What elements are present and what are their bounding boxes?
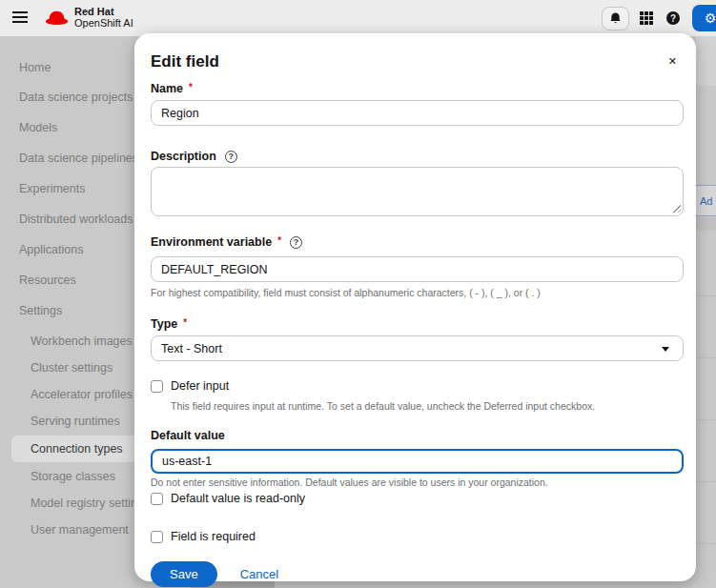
- sidebar-item-workbench-images[interactable]: Workbench images: [31, 335, 133, 348]
- sidebar-item-cluster-settings[interactable]: Cluster settings: [31, 361, 113, 375]
- readonly-checkbox[interactable]: [151, 493, 163, 505]
- brand: Red Hat OpenShift AI: [44, 6, 133, 29]
- sidebar-item-models[interactable]: Models: [19, 121, 57, 134]
- background-table-row-divider: [696, 481, 716, 482]
- sidebar-item-applications[interactable]: Applications: [19, 243, 83, 256]
- defer-input-checkbox-row[interactable]: Defer input: [151, 379, 684, 393]
- sidebar-item-model-registry-settings[interactable]: Model registry settings: [31, 497, 150, 510]
- environment-variable-helper-text: For highest compatibility, field must co…: [151, 287, 684, 298]
- defer-input-label: Defer input: [171, 379, 229, 393]
- default-value-input[interactable]: [151, 449, 684, 474]
- sidebar-item-connection-types[interactable]: Connection types: [31, 442, 123, 456]
- sidebar-item-resources[interactable]: Resources: [19, 274, 76, 287]
- required-asterisk: *: [277, 235, 281, 246]
- environment-variable-input[interactable]: [151, 256, 684, 282]
- background-table-header: [696, 217, 716, 231]
- name-label: Name *: [151, 82, 684, 95]
- type-select-value: Text - Short: [161, 342, 222, 355]
- nav-toggle-icon[interactable]: [12, 11, 28, 24]
- edit-field-modal: Edit field ✕ Name * Description ? Enviro…: [134, 33, 696, 581]
- brand-text: Red Hat OpenShift AI: [74, 6, 133, 29]
- redhat-fedora-icon: [44, 9, 70, 27]
- sidebar-item-settings[interactable]: Settings: [19, 304, 62, 317]
- sidebar-item-storage-classes[interactable]: Storage classes: [31, 470, 115, 483]
- bell-icon: [609, 11, 622, 25]
- chevron-down-icon: [662, 347, 669, 352]
- field-required-label: Field is required: [171, 530, 256, 543]
- cancel-button[interactable]: Cancel: [240, 567, 278, 581]
- modal-footer: Save Cancel: [151, 561, 684, 587]
- background-table-row-divider: [696, 419, 716, 420]
- field-required-checkbox-row[interactable]: Field is required: [151, 530, 684, 543]
- background-table-row-divider: [696, 543, 716, 544]
- defer-input-checkbox[interactable]: [151, 380, 163, 393]
- description-textarea[interactable]: [151, 167, 684, 216]
- sidebar-item-serving-runtimes[interactable]: Serving runtimes: [31, 415, 120, 428]
- add-connection-type-button-clipped[interactable]: Ad: [696, 195, 712, 207]
- modal-title: Edit field: [151, 52, 684, 71]
- background-page-fragment: Ad: [696, 36, 716, 588]
- description-label: Description ?: [151, 150, 684, 163]
- background-table-row-divider: [696, 357, 716, 358]
- close-icon[interactable]: ✕: [668, 56, 677, 67]
- gear-icon: ⚙: [705, 10, 716, 26]
- readonly-label: Default value is read-only: [171, 492, 305, 505]
- settings-button[interactable]: ⚙: [692, 5, 716, 31]
- description-label-text: Description: [151, 150, 216, 163]
- sidebar-item-user-management[interactable]: User management: [31, 523, 129, 537]
- sidebar-item-accelerator-profiles[interactable]: Accelerator profiles: [31, 388, 133, 401]
- type-label-text: Type: [151, 317, 177, 331]
- sidebar-item-data-science-projects[interactable]: Data science projects: [19, 91, 133, 104]
- brand-line2: OpenShift AI: [74, 17, 133, 29]
- help-icon[interactable]: ?: [666, 11, 680, 25]
- save-button[interactable]: Save: [151, 561, 217, 587]
- sidebar-item-experiments[interactable]: Experiments: [19, 182, 85, 195]
- brand-line1: Red Hat: [74, 6, 133, 17]
- name-label-text: Name: [151, 82, 183, 95]
- default-value-helper-text: Do not enter sensitive information. Defa…: [151, 476, 684, 488]
- app-root: Red Hat OpenShift AI ? ⚙ Home Data scien…: [0, 0, 716, 588]
- name-input[interactable]: [151, 100, 684, 126]
- app-launcher-icon[interactable]: [640, 11, 653, 25]
- help-popover-icon[interactable]: ?: [225, 151, 237, 163]
- sidebar-item-home[interactable]: Home: [19, 61, 51, 74]
- type-select[interactable]: Text - Short: [151, 335, 684, 361]
- background-table-row-divider: [696, 295, 716, 296]
- description-field-wrap: [151, 167, 684, 216]
- help-popover-icon[interactable]: ?: [290, 236, 302, 249]
- background-toolbar: Ad: [696, 185, 716, 216]
- background-page-header-band: [696, 36, 716, 86]
- defer-input-helper-text: This field requires input at runtime. To…: [171, 400, 684, 412]
- type-label: Type *: [151, 317, 684, 331]
- default-value-label: Default value: [151, 429, 684, 442]
- readonly-checkbox-row[interactable]: Default value is read-only: [151, 492, 684, 505]
- masthead-actions: ? ⚙: [602, 0, 716, 36]
- field-required-checkbox[interactable]: [151, 531, 163, 543]
- sidebar-item-data-science-pipelines[interactable]: Data science pipelines: [19, 152, 138, 165]
- default-value-label-text: Default value: [151, 429, 225, 442]
- sidebar-item-distributed-workloads[interactable]: Distributed workloads: [19, 213, 133, 226]
- required-asterisk: *: [183, 317, 187, 328]
- environment-variable-label-text: Environment variable: [151, 235, 272, 249]
- masthead: Red Hat OpenShift AI ? ⚙: [0, 0, 716, 36]
- required-asterisk: *: [189, 82, 193, 92]
- notifications-button[interactable]: [602, 7, 629, 30]
- environment-variable-label: Environment variable * ?: [151, 235, 684, 249]
